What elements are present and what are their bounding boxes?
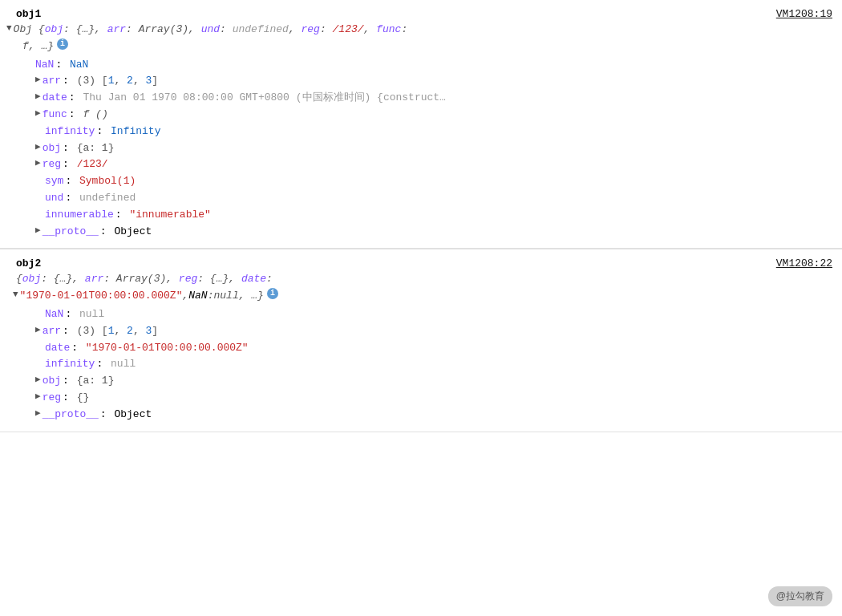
prop-reg: reg: /123/ (13, 156, 842, 173)
nan2-val: null (73, 306, 104, 323)
summary-obj-prefix: Obj { (14, 23, 45, 35)
obj2-expand[interactable] (35, 373, 41, 387)
prop-und: und: undefined (13, 190, 842, 207)
obj2-key: obj (43, 373, 61, 390)
prop2-reg: reg: {} (13, 390, 842, 407)
nan-val: NaN (63, 57, 88, 74)
panel2-vm-link[interactable]: VM1208:22 (776, 257, 832, 270)
summary-func-val: f, …} (22, 38, 54, 55)
panel1-vm-link[interactable]: VM1208:19 (776, 8, 832, 20)
arr-key: arr (43, 73, 61, 90)
proto1-expand[interactable] (35, 224, 41, 238)
prop2-infinity: infinity: null (13, 356, 842, 373)
innumerable-key: innumerable (45, 207, 114, 224)
s-reg-val: /123/ (333, 23, 364, 35)
sym-key: sym (45, 173, 63, 190)
obj-key: obj (43, 140, 61, 157)
panel2-date-summary: "1970-01-01T00:00:00.000Z" (20, 288, 183, 305)
reg-key: reg (43, 156, 61, 173)
proto2-key: __proto__ (43, 407, 99, 424)
date2-key: date (45, 340, 70, 357)
obj-val: {a: 1} (71, 140, 115, 157)
infinity2-val: null (104, 356, 136, 373)
panel2-summary: {obj: {…}, arr: Array(3), reg: {…}, date… (0, 271, 842, 288)
arr-val: (3) [1, 2, 3] (71, 73, 158, 90)
s-obj-key: obj (45, 23, 63, 35)
console-panel-1: obj1 VM1208:19 Obj {obj: {…}, arr: Array… (0, 0, 842, 249)
arr2-key: arr (43, 323, 61, 340)
panel1-expand-arrow[interactable] (6, 22, 12, 36)
infinity-key: infinity (45, 124, 95, 140)
prop-date: date: Thu Jan 01 1970 08:00:00 GMT+0800 … (13, 90, 842, 107)
proto2-expand[interactable] (35, 407, 41, 421)
reg-val: /123/ (71, 156, 108, 173)
panel2-label: obj2 (10, 257, 41, 270)
reg-expand[interactable] (35, 156, 41, 171)
innumerable-val: "innumerable" (123, 207, 211, 224)
prop2-proto: __proto__: Object (13, 407, 842, 424)
watermark: @拉勾教育 (768, 586, 832, 606)
s-reg-key: reg (302, 23, 320, 35)
panel2-expand-arrow[interactable] (13, 288, 18, 302)
s2-reg-key: reg (179, 273, 197, 285)
info-icon-1[interactable]: i (57, 38, 68, 50)
info-icon-2[interactable]: i (267, 288, 278, 299)
infinity-val: Infinity (104, 124, 160, 140)
prop-innumerable: innumerable: "innumerable" (13, 207, 842, 224)
proto1-val: Object (108, 224, 152, 241)
prop-proto1: __proto__: Object (13, 224, 842, 241)
prop-arr: arr: (3) [1, 2, 3] (13, 73, 842, 90)
func-key: func (43, 107, 67, 124)
prop-sym: sym: Symbol(1) (13, 173, 842, 190)
obj2-val: {a: 1} (71, 373, 115, 390)
panel1-header: obj1 VM1208:19 (0, 6, 842, 22)
panel1-label: obj1 (10, 8, 41, 20)
sym-val: Symbol(1) (73, 173, 136, 190)
date-val: Thu Jan 01 1970 08:00:00 GMT+0800 (中国标准时… (77, 90, 446, 107)
nan2-key: NaN (45, 306, 63, 323)
prop2-date: date: "1970-01-01T00:00:00.000Z" (13, 340, 842, 357)
prop2-nan: NaN: null (13, 306, 842, 323)
prop-infinity: infinity: Infinity (13, 124, 842, 140)
reg2-val: {} (71, 390, 89, 407)
panel2-summary-line2: "1970-01-01T00:00:00.000Z", NaN: null, …… (0, 288, 842, 305)
arr2-expand[interactable] (35, 323, 41, 338)
panel1-summary: Obj {obj: {…}, arr: Array(3), und: undef… (0, 22, 842, 38)
date-expand[interactable] (35, 90, 41, 104)
date2-val: "1970-01-01T00:00:00.000Z" (79, 340, 249, 357)
obj-expand[interactable] (35, 140, 41, 155)
s-und-key: und (201, 23, 220, 35)
arr-expand[interactable] (35, 73, 41, 87)
s2-date-key: date (241, 273, 266, 285)
s-func-key: func (376, 23, 401, 35)
und-key: und (45, 190, 63, 207)
prop2-obj: obj: {a: 1} (13, 373, 842, 390)
date-key: date (43, 90, 67, 107)
panel1-summary-line2: f, …} i (0, 38, 842, 55)
prop2-arr: arr: (3) [1, 2, 3] (13, 323, 842, 340)
panel1-summary-text: Obj {obj: {…}, arr: Array(3), und: undef… (14, 22, 836, 38)
panel2-body: NaN: null arr: (3) [1, 2, 3] date: "1970… (0, 305, 842, 425)
panel2-summary-text: {obj: {…}, arr: Array(3), reg: {…}, date… (16, 271, 836, 288)
s2-obj-key: obj (22, 273, 41, 285)
prop-nan: NaN: NaN (13, 57, 842, 74)
s2-nan-key: NaN (188, 288, 207, 305)
s2-arr-key: arr (85, 273, 103, 285)
prop-func: func: f () (13, 107, 842, 124)
panel1-body: NaN: NaN arr: (3) [1, 2, 3] date: Thu Ja… (0, 55, 842, 242)
arr2-val: (3) [1, 2, 3] (71, 323, 158, 340)
proto1-key: __proto__ (43, 224, 99, 241)
panel2-header: obj2 VM1208:22 (0, 256, 842, 271)
func-expand[interactable] (35, 107, 41, 121)
console-panel-2: obj2 VM1208:22 {obj: {…}, arr: Array(3),… (0, 249, 842, 432)
und-val: undefined (73, 190, 136, 207)
reg2-expand[interactable] (35, 390, 41, 404)
func-val: f () (77, 107, 108, 124)
proto2-val: Object (108, 407, 152, 424)
s-und-val: undefined (233, 23, 289, 35)
nan-key: NaN (35, 57, 54, 74)
reg2-key: reg (43, 390, 61, 407)
prop-obj: obj: {a: 1} (13, 140, 842, 157)
s-arr-key: arr (107, 23, 126, 35)
infinity2-key: infinity (45, 356, 95, 373)
